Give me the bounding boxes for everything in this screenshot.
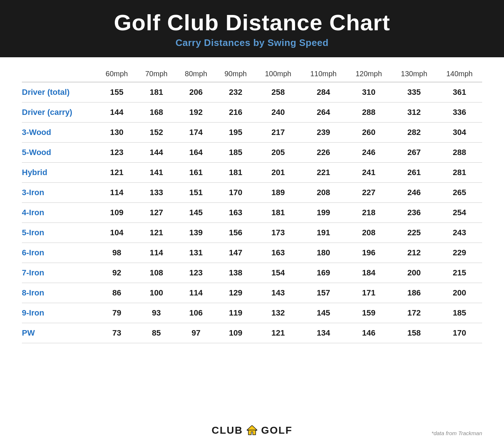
table-cell: 361 xyxy=(437,82,482,102)
table-row: 8-Iron86100114129143157171186200 xyxy=(22,283,482,303)
brand-logo: CLUB GOLF xyxy=(212,425,292,436)
table-cell: 217 xyxy=(255,123,301,143)
club-label-pw: PW xyxy=(22,323,97,343)
table-cell: 208 xyxy=(346,223,391,243)
table-cell: 335 xyxy=(391,82,437,102)
table-row: 3-Iron114133151170189208227246265 xyxy=(22,183,482,203)
table-cell: 145 xyxy=(301,303,346,323)
column-header-110mph: 110mph xyxy=(301,65,346,82)
table-cell: 267 xyxy=(391,143,437,163)
table-cell: 246 xyxy=(346,143,391,163)
column-header-80mph: 80mph xyxy=(176,65,216,82)
table-cell: 206 xyxy=(176,82,216,102)
table-cell: 226 xyxy=(301,143,346,163)
club-label-hybrid: Hybrid xyxy=(22,163,97,183)
table-cell: 141 xyxy=(136,163,176,183)
table-cell: 181 xyxy=(255,203,301,223)
club-label-5-iron: 5-Iron xyxy=(22,223,97,243)
club-label-5-wood: 5-Wood xyxy=(22,143,97,163)
table-cell: 241 xyxy=(346,163,391,183)
table-cell: 168 xyxy=(136,102,176,123)
table-cell: 130 xyxy=(97,123,137,143)
table-cell: 201 xyxy=(255,163,301,183)
club-label-6-iron: 6-Iron xyxy=(22,243,97,263)
table-cell: 121 xyxy=(255,323,301,343)
table-cell: 185 xyxy=(216,143,256,163)
logo-text-part1: CLUB xyxy=(212,425,243,436)
table-cell: 212 xyxy=(391,243,437,263)
table-cell: 281 xyxy=(437,163,482,183)
table-cell: 189 xyxy=(255,183,301,203)
table-cell: 236 xyxy=(391,203,437,223)
table-cell: 133 xyxy=(136,183,176,203)
club-label-8-iron: 8-Iron xyxy=(22,283,97,303)
table-row: Driver (total)15518120623225828431033536… xyxy=(22,82,482,102)
table-cell: 216 xyxy=(216,102,256,123)
club-label-3-iron: 3-Iron xyxy=(22,183,97,203)
table-cell: 114 xyxy=(136,243,176,263)
table-cell: 114 xyxy=(97,183,137,203)
table-cell: 221 xyxy=(301,163,346,183)
table-cell: 310 xyxy=(346,82,391,102)
table-cell: 196 xyxy=(346,243,391,263)
table-cell: 174 xyxy=(176,123,216,143)
column-header-club xyxy=(22,65,97,82)
table-cell: 163 xyxy=(255,243,301,263)
table-cell: 123 xyxy=(97,143,137,163)
column-header-120mph: 120mph xyxy=(346,65,391,82)
table-cell: 86 xyxy=(97,283,137,303)
club-label-3-wood: 3-Wood xyxy=(22,123,97,143)
table-cell: 147 xyxy=(216,243,256,263)
table-cell: 97 xyxy=(176,323,216,343)
table-cell: 173 xyxy=(255,223,301,243)
table-container: 60mph70mph80mph90mph100mph110mph120mph13… xyxy=(0,57,504,418)
page-subtitle: Carry Distances by Swing Speed xyxy=(15,37,489,49)
table-cell: 185 xyxy=(437,303,482,323)
table-header-row: 60mph70mph80mph90mph100mph110mph120mph13… xyxy=(22,65,482,82)
table-cell: 109 xyxy=(97,203,137,223)
table-cell: 260 xyxy=(346,123,391,143)
table-cell: 184 xyxy=(346,263,391,283)
table-cell: 98 xyxy=(97,243,137,263)
club-label-driver-(total): Driver (total) xyxy=(22,82,97,102)
table-cell: 336 xyxy=(437,102,482,123)
table-cell: 92 xyxy=(97,263,137,283)
table-cell: 200 xyxy=(437,283,482,303)
table-cell: 146 xyxy=(346,323,391,343)
table-cell: 265 xyxy=(437,183,482,203)
column-header-60mph: 60mph xyxy=(97,65,137,82)
table-cell: 258 xyxy=(255,82,301,102)
table-cell: 181 xyxy=(216,163,256,183)
table-row: 7-Iron92108123138154169184200215 xyxy=(22,263,482,283)
table-cell: 73 xyxy=(97,323,137,343)
table-cell: 106 xyxy=(176,303,216,323)
table-row: 9-Iron7993106119132145159172185 xyxy=(22,303,482,323)
table-cell: 264 xyxy=(301,102,346,123)
table-cell: 172 xyxy=(391,303,437,323)
table-cell: 139 xyxy=(176,223,216,243)
table-cell: 163 xyxy=(216,203,256,223)
table-cell: 164 xyxy=(176,143,216,163)
table-cell: 158 xyxy=(391,323,437,343)
table-cell: 121 xyxy=(97,163,137,183)
table-cell: 312 xyxy=(391,102,437,123)
table-cell: 123 xyxy=(176,263,216,283)
table-cell: 121 xyxy=(136,223,176,243)
table-cell: 100 xyxy=(136,283,176,303)
house-logo-icon xyxy=(247,425,257,436)
table-cell: 127 xyxy=(136,203,176,223)
table-cell: 138 xyxy=(216,263,256,283)
table-cell: 208 xyxy=(301,183,346,203)
table-cell: 109 xyxy=(216,323,256,343)
table-cell: 239 xyxy=(301,123,346,143)
table-cell: 288 xyxy=(346,102,391,123)
table-cell: 119 xyxy=(216,303,256,323)
table-cell: 143 xyxy=(255,283,301,303)
table-cell: 144 xyxy=(136,143,176,163)
table-cell: 232 xyxy=(216,82,256,102)
table-cell: 225 xyxy=(391,223,437,243)
table-cell: 145 xyxy=(176,203,216,223)
table-cell: 191 xyxy=(301,223,346,243)
table-cell: 195 xyxy=(216,123,256,143)
table-row: 3-Wood130152174195217239260282304 xyxy=(22,123,482,143)
